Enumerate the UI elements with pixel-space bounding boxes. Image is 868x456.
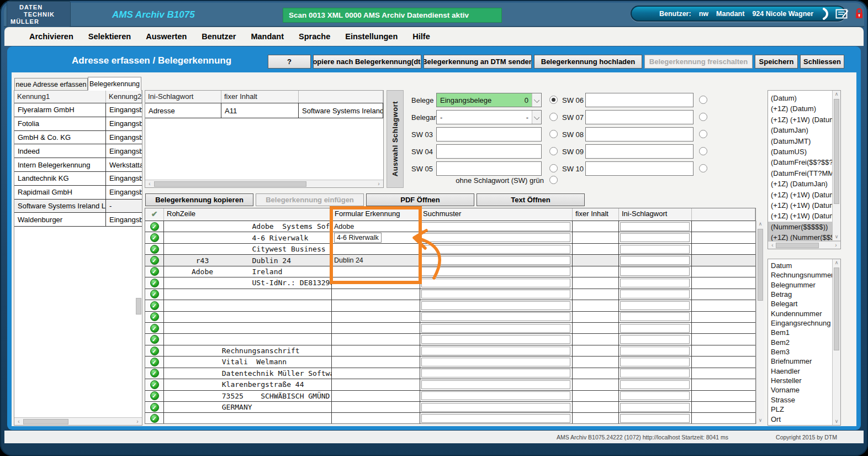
- table-row[interactable]: ✓ 73525 SCHWÄBISCH GMÜND: [145, 391, 755, 402]
- suchmuster-input[interactable]: [421, 279, 570, 287]
- sw-04-input[interactable]: [436, 144, 542, 159]
- -button[interactable]: ?: [268, 55, 311, 69]
- auswahl-schlagwort-strip[interactable]: Auswahl Schlagwort: [387, 90, 404, 188]
- sw-08-input[interactable]: [585, 127, 694, 141]
- kennung-row[interactable]: FotoliaEingangsbe: [14, 117, 142, 131]
- chevron-down-icon[interactable]: [532, 111, 541, 124]
- field-item[interactable]: Ort: [768, 415, 840, 424]
- menu-item-einstellungen[interactable]: Einstellungen: [345, 32, 398, 41]
- tab-belegerkennung[interactable]: Belegerkennung: [88, 77, 141, 91]
- pattern-item[interactable]: (DatumJan): [768, 125, 840, 135]
- kopiere-nach-belegerkennung-dtm-button[interactable]: Kopiere nach Belegerkennung(dtm: [313, 55, 421, 69]
- field-item[interactable]: Haendler: [768, 366, 840, 376]
- suchmuster-input[interactable]: [421, 414, 570, 423]
- kennung-row[interactable]: GmbH & Co. KGEingangsbe: [14, 131, 142, 145]
- suchmuster-input[interactable]: [421, 245, 570, 254]
- ini-schlagwort-input[interactable]: [620, 391, 690, 400]
- speichern-button[interactable]: Speichern: [755, 55, 798, 69]
- field-item[interactable]: Datum: [768, 261, 840, 270]
- radio-sw-03[interactable]: [549, 130, 558, 138]
- ini-schlagwort-input[interactable]: [620, 222, 690, 231]
- suchmuster-input[interactable]: [421, 324, 570, 333]
- scroll-down-icon[interactable]: ∨: [833, 418, 840, 425]
- menu-item-sprache[interactable]: Sprache: [299, 32, 330, 41]
- suchmuster-input[interactable]: [421, 233, 570, 242]
- ini-schlagwort-input[interactable]: [620, 358, 690, 366]
- belegerkennung-freischalten-button[interactable]: Belegerkennung freischalten: [644, 55, 753, 69]
- field-item[interactable]: Belegart: [768, 299, 840, 308]
- scrollbar-thumb[interactable]: [834, 99, 839, 204]
- suchmuster-input[interactable]: [421, 347, 570, 355]
- phone-icon[interactable]: [821, 8, 830, 20]
- pattern-item[interactable]: (DatumJMT): [768, 136, 840, 146]
- table-row[interactable]: ✓ GERMANY: [145, 402, 755, 413]
- pattern-vertical-scrollbar[interactable]: ∧ ∨: [832, 91, 840, 240]
- radio-belege[interactable]: [549, 96, 558, 104]
- radio-sw-10[interactable]: [699, 164, 707, 172]
- edit-note-icon[interactable]: [835, 8, 849, 19]
- ini-schlagwort-input[interactable]: [620, 256, 690, 265]
- scroll-down-icon[interactable]: ∨: [756, 417, 764, 424]
- radio-sw-05[interactable]: [549, 164, 558, 172]
- ini-schlagwort-input[interactable]: [620, 301, 690, 310]
- ini-horizontal-scrollbar[interactable]: ‹ ›: [145, 180, 383, 187]
- pattern-item[interactable]: (Datum): [768, 93, 840, 103]
- pattern-item[interactable]: (+1Z) (+1W) (DatumJM: [768, 200, 840, 211]
- scroll-up-icon[interactable]: ∧: [833, 259, 840, 266]
- pattern-horizontal-scrollbar[interactable]: ‹ ›: [768, 241, 840, 249]
- ini-schlagwort-input[interactable]: [620, 233, 690, 242]
- maintable-vertical-scrollbar[interactable]: ∧ ∨: [756, 221, 764, 424]
- scrollbar-thumb[interactable]: [776, 243, 819, 248]
- ini-schlagwort-input[interactable]: [620, 279, 690, 287]
- radio-sw-06[interactable]: [699, 96, 707, 104]
- ini-schlagwort-input[interactable]: [620, 347, 690, 355]
- field-item[interactable]: Strasse: [768, 395, 840, 405]
- sw-03-input[interactable]: [436, 127, 542, 141]
- pattern-item[interactable]: (DatumUS): [768, 146, 840, 157]
- radio-sw-07[interactable]: [699, 113, 707, 121]
- lock-icon[interactable]: [854, 8, 864, 19]
- scroll-up-icon[interactable]: ∧: [833, 91, 840, 98]
- belegart-select[interactable]: --: [436, 110, 542, 124]
- table-row[interactable]: ✓ Vitali Welmann: [145, 357, 755, 368]
- suchmuster-input[interactable]: [421, 391, 570, 400]
- sw-05-input[interactable]: [436, 161, 542, 176]
- suchmuster-input[interactable]: [421, 403, 570, 412]
- chevron-down-icon[interactable]: [532, 93, 541, 107]
- scroll-left-icon[interactable]: ‹: [15, 418, 22, 425]
- pattern-item[interactable]: (DatumFrei($$?$$?$$$$: [768, 157, 840, 167]
- field-item[interactable]: Bem2: [768, 338, 840, 347]
- radio-belegart[interactable]: [549, 113, 558, 121]
- pattern-item[interactable]: (+1Z) (+1W) (DatumJan: [768, 190, 840, 200]
- sw-06-input[interactable]: [585, 93, 694, 107]
- belege-select[interactable]: Eingangsbelege0: [436, 93, 542, 107]
- menu-item-benutzer[interactable]: Benutzer: [202, 32, 236, 41]
- ini-schlagwort-input[interactable]: [620, 267, 690, 276]
- menu-item-hilfe[interactable]: Hilfe: [412, 32, 430, 41]
- menu-item-mandant[interactable]: Mandant: [251, 32, 284, 41]
- sw-09-input[interactable]: [585, 144, 694, 159]
- schliessen-button[interactable]: Schliessen: [800, 55, 844, 69]
- pattern-item[interactable]: (+1Z) (+1W) (DatumUS: [768, 211, 840, 221]
- field-item[interactable]: Bem3: [768, 347, 840, 357]
- ini-schlagwort-input[interactable]: [620, 324, 690, 333]
- field-item[interactable]: Bem1: [768, 328, 840, 337]
- field-item[interactable]: Eingangsrechnung: [768, 318, 840, 328]
- ini-schlagwort-input[interactable]: [620, 380, 690, 389]
- pattern-item[interactable]: (+1Z) (+1W) (Datum): [768, 114, 840, 125]
- tab-neue-adresse-erfassen[interactable]: neue Adresse erfassen: [14, 78, 88, 91]
- menu-item-auswerten[interactable]: Auswerten: [146, 32, 187, 41]
- menu-item-selektieren[interactable]: Selektieren: [88, 32, 131, 41]
- scrollbar-thumb[interactable]: [154, 181, 306, 187]
- field-item[interactable]: Rechnungsnummer: [768, 270, 840, 280]
- suchmuster-input[interactable]: [421, 301, 570, 310]
- field-item[interactable]: Briefnummer: [768, 357, 840, 366]
- radio-sw-09[interactable]: [699, 147, 707, 155]
- scroll-down-icon[interactable]: ∨: [833, 233, 840, 240]
- kennung-row[interactable]: Intern BelegerkennungWerkstattau: [14, 158, 142, 172]
- suchmuster-input[interactable]: [421, 369, 570, 378]
- kennung-row[interactable]: Rapidmail GmbHEingangsbe: [14, 186, 142, 200]
- suchmuster-input[interactable]: [421, 290, 570, 298]
- sw-10-input[interactable]: [585, 161, 694, 176]
- pattern-item[interactable]: (DatumFrei(TT?MM?JJJ.: [768, 168, 840, 179]
